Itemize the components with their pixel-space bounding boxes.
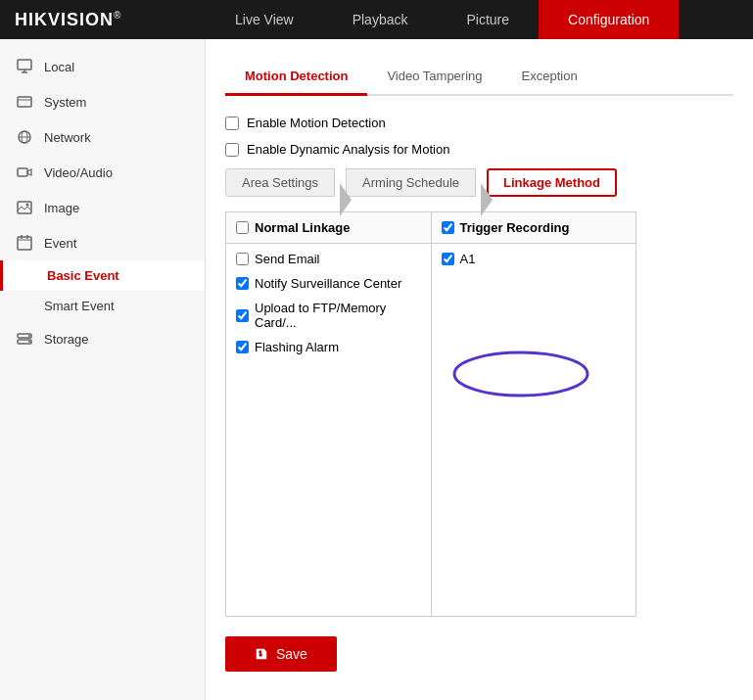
video-icon: [15, 164, 34, 180]
a1-label: A1: [460, 252, 476, 266]
tab-exception[interactable]: Exception: [502, 59, 597, 96]
main-content: Motion Detection Video Tampering Excepti…: [206, 39, 753, 700]
send-email-label: Send Email: [255, 252, 319, 266]
upload-ftp-checkbox[interactable]: [236, 309, 249, 322]
trigger-recording-col: Trigger Recording A1: [432, 212, 636, 616]
sidebar-item-image[interactable]: Image: [0, 190, 205, 225]
sidebar-subitem-smart-event[interactable]: Smart Event: [0, 291, 205, 321]
enable-motion-detection-checkbox[interactable]: [225, 117, 239, 130]
sidebar-local-label: Local: [44, 60, 74, 74]
tab-bar: Motion Detection Video Tampering Excepti…: [225, 59, 733, 96]
trigger-recording-header: Trigger Recording: [432, 212, 636, 244]
normal-linkage-header-label: Normal Linkage: [255, 220, 351, 235]
linkage-row-flashing-alarm: Flashing Alarm: [236, 340, 421, 354]
enable-dynamic-analysis-checkbox[interactable]: [225, 143, 239, 157]
normal-linkage-col: Normal Linkage Send Email Notify Surveil…: [226, 212, 432, 616]
nav-configuration[interactable]: Configuration: [539, 0, 679, 39]
linkage-row-a1: A1: [442, 252, 627, 266]
tab-motion-detection[interactable]: Motion Detection: [225, 59, 367, 96]
sidebar-network-label: Network: [44, 130, 91, 145]
sidebar-image-label: Image: [44, 201, 79, 215]
sidebar-item-network[interactable]: Network: [0, 119, 205, 155]
enable-dynamic-analysis-row: Enable Dynamic Analysis for Motion: [225, 142, 733, 157]
save-icon: [255, 647, 268, 661]
a1-checkbox[interactable]: [442, 253, 454, 265]
logo: HIKVISION®: [0, 10, 206, 30]
tab-video-tampering[interactable]: Video Tampering: [367, 59, 501, 96]
notify-center-checkbox[interactable]: [236, 277, 249, 290]
svg-rect-3: [18, 97, 31, 107]
svg-point-11: [26, 204, 29, 207]
sidebar-item-system[interactable]: System: [0, 84, 205, 119]
trigger-recording-body: A1: [432, 244, 636, 616]
enable-motion-detection-label: Enable Motion Detection: [247, 116, 386, 130]
layout: Local System Network: [0, 39, 753, 700]
normal-linkage-body: Send Email Notify Surveillance Center Up…: [226, 244, 431, 616]
svg-point-18: [28, 335, 30, 337]
trigger-recording-header-label: Trigger Recording: [460, 220, 570, 235]
svg-point-19: [28, 341, 30, 343]
trigger-recording-header-checkbox[interactable]: [442, 221, 454, 234]
linkage-table: Normal Linkage Send Email Notify Surveil…: [225, 211, 636, 617]
sub-tab-bar: Area Settings Arming Schedule Linkage Me…: [225, 168, 733, 197]
sidebar-item-event[interactable]: Event: [0, 225, 205, 260]
svg-rect-0: [18, 60, 31, 70]
sidebar-subitem-basic-event[interactable]: Basic Event: [0, 260, 205, 291]
sidebar-storage-label: Storage: [44, 332, 89, 347]
enable-motion-detection-row: Enable Motion Detection: [225, 116, 733, 130]
network-icon: [15, 129, 34, 145]
image-icon: [15, 200, 34, 215]
enable-dynamic-analysis-label: Enable Dynamic Analysis for Motion: [247, 142, 449, 157]
nav-items: Live View Playback Picture Configuration: [206, 0, 753, 39]
sidebar-item-storage[interactable]: Storage: [0, 321, 205, 356]
nav-live-view[interactable]: Live View: [206, 0, 323, 39]
linkage-row-notify-center: Notify Surveillance Center: [236, 276, 421, 291]
storage-icon: [15, 331, 34, 347]
sidebar: Local System Network: [0, 39, 206, 700]
logo-text: HIKVISION®: [15, 10, 121, 30]
save-button[interactable]: Save: [225, 636, 337, 672]
monitor-icon: [15, 59, 34, 74]
flashing-alarm-label: Flashing Alarm: [255, 340, 339, 354]
linkage-row-send-email: Send Email: [236, 252, 421, 266]
nav-playback[interactable]: Playback: [323, 0, 438, 39]
svg-rect-10: [18, 202, 31, 213]
sidebar-item-local[interactable]: Local: [0, 49, 205, 84]
nav-picture[interactable]: Picture: [437, 0, 539, 39]
sub-tab-linkage-method[interactable]: Linkage Method: [487, 168, 617, 197]
sub-tab-arming-schedule[interactable]: Arming Schedule: [346, 168, 476, 197]
svg-rect-8: [18, 168, 27, 176]
save-button-label: Save: [276, 646, 307, 662]
sidebar-video-label: Video/Audio: [44, 165, 113, 180]
sidebar-system-label: System: [44, 95, 86, 110]
flashing-alarm-checkbox[interactable]: [236, 341, 249, 353]
normal-linkage-header-checkbox[interactable]: [236, 221, 249, 234]
sub-tab-area-settings[interactable]: Area Settings: [225, 168, 335, 197]
notify-center-label: Notify Surveillance Center: [255, 276, 401, 291]
sidebar-item-video-audio[interactable]: Video/Audio: [0, 155, 205, 190]
linkage-row-upload-ftp: Upload to FTP/Memory Card/...: [236, 301, 421, 330]
top-nav: HIKVISION® Live View Playback Picture Co…: [0, 0, 753, 39]
system-icon: [15, 94, 34, 110]
sidebar-event-label: Event: [44, 236, 76, 251]
svg-rect-12: [18, 237, 31, 250]
send-email-checkbox[interactable]: [236, 253, 249, 265]
normal-linkage-header: Normal Linkage: [226, 212, 431, 244]
upload-ftp-label: Upload to FTP/Memory Card/...: [255, 301, 421, 330]
event-icon: [15, 235, 34, 251]
